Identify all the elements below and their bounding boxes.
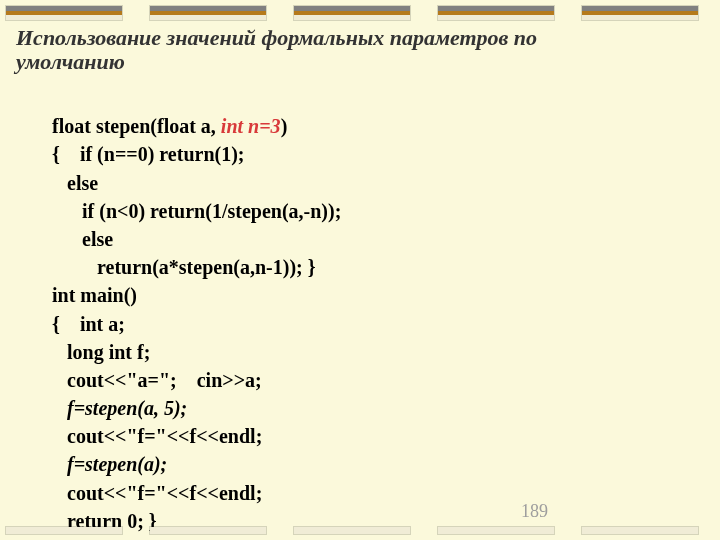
code-line-call-default: f=stepen(a); [52,453,167,475]
slide-title: Использование значений формальных параме… [16,26,576,74]
code-line: int main() [52,284,137,306]
code-line: else [52,228,113,250]
code-line: cout<<"f="<<f<<endl; [52,425,262,447]
code-line: else [52,172,98,194]
code-line: if (n<0) return(1/stepen(a,-n)); [52,200,341,222]
code-line: cout<<"f="<<f<<endl; [52,482,262,504]
code-line: long int f; [52,341,150,363]
code-block: float stepen(float a, int n=3) { if (n==… [52,84,672,535]
page-number: 189 [521,501,548,522]
code-line: { int a; [52,313,125,335]
code-line: return 0; } [52,510,157,532]
code-line: cout<<"a="; cin>>a; [52,369,262,391]
highlight-default-param: int n=3 [221,115,281,137]
code-line: float stepen(float a, [52,115,221,137]
code-line-call-explicit: f=stepen(a, 5); [52,397,187,419]
code-line: ) [281,115,288,137]
code-line: return(a*stepen(a,n-1)); } [52,256,316,278]
code-line: { if (n==0) return(1); [52,143,245,165]
top-decor-bar [6,6,714,20]
